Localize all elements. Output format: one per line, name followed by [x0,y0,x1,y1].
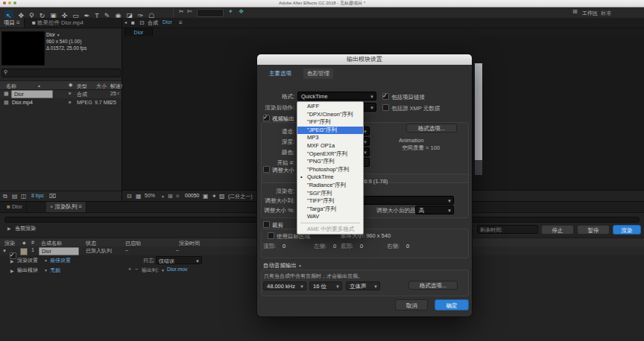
panel-menu-icon[interactable]: ≡ [16,19,20,26]
format-option[interactable]: •QuickTime [297,173,363,182]
render-settings-value[interactable]: 最佳设置 [50,257,71,264]
motion-blur-icon[interactable]: ❖ [239,8,244,15]
mask-feather-icon[interactable]: ✦ [228,8,233,15]
tab-render-queue[interactable]: × 渲染队列 ≡ [46,202,86,212]
format-option[interactable]: "DPX/Cineon"序列 [297,111,363,119]
output-disclosure-icon[interactable]: ▶ [10,268,14,273]
format-option[interactable]: "OpenEXR"序列 [297,150,363,159]
crop-field-value[interactable]: 0 [282,243,285,249]
column-name[interactable]: 名称 [6,83,16,90]
project-row-comp[interactable]: ▦ Dior ■ 合成 25 ⌗ [0,90,121,98]
format-dropdown[interactable]: QuickTime ▼ [297,92,376,101]
project-list-header[interactable]: 名称 ▲ ◆ 类型 大小 帧速率 [0,80,121,90]
interpret-footage-icon[interactable]: ⧉ [3,193,7,200]
new-folder-icon[interactable]: ▤ [12,193,18,200]
resize-quality-dropdown[interactable]: 高 ▼ [415,205,454,214]
format-option[interactable]: "TIFF"序列 [297,197,363,205]
video-format-options-button[interactable]: 格式选项... [406,124,457,133]
tab-timeline-dior[interactable]: ■ Dior [3,202,27,212]
current-render-label[interactable]: 当前渲染 [15,225,36,232]
label-color-icon[interactable]: ◆ [69,82,72,88]
column-size[interactable]: 大小 [96,83,107,90]
always-preview-icon[interactable]: ⊟ [127,193,132,200]
format-option[interactable]: "PNG"序列 [297,158,363,166]
workspace-label[interactable]: 工作区 [582,10,598,17]
current-render-disclosure-icon[interactable]: ▶ [7,226,11,231]
log-dropdown[interactable]: 仅错误 ▼ [156,256,202,264]
add-output-module-button[interactable]: + [128,267,131,272]
format-option[interactable]: MXF OP1a [297,142,363,150]
label-color-icon[interactable]: ◆ [22,240,26,245]
remove-output-module-button[interactable]: − [135,267,138,272]
workspace-icon[interactable]: ⊞ [572,8,578,15]
format-option[interactable]: "Radiance"序列 [297,182,363,190]
output-to-value[interactable]: Dior.mov [167,267,188,272]
format-option[interactable]: "Targa"序列 [297,205,363,214]
row-comp-name[interactable]: Dior [39,247,79,255]
tab-effect-controls[interactable]: ■ 效果控件 Dior.mp4 [28,18,87,28]
zoom-dropdown-icon[interactable]: ▼ [161,194,165,199]
settings-disclosure-icon[interactable]: ▶ [10,258,14,264]
roto-person2-icon[interactable]: ✄ [187,8,192,15]
tab-main-options[interactable]: 主要选项 [269,70,291,77]
chevron-left-icon[interactable]: ◂ [124,19,127,25]
format-option[interactable]: WAV [297,213,363,221]
output-dropdown-icon[interactable]: ▼ [44,268,48,273]
crop-field-value[interactable]: 0 [406,243,409,249]
output-module-value[interactable]: 无损 [50,267,60,274]
project-item-name[interactable]: Dior.mp4 [12,100,33,105]
cancel-button[interactable]: 取消 [395,299,428,310]
transparency-grid-icon[interactable]: ▨ [219,193,225,200]
label-chip-icon[interactable]: ■ [69,91,72,95]
label-chip-icon[interactable]: ■ [69,100,72,104]
project-row-footage[interactable]: ▤ Dior.mp4 ■ MPEG 9.7 MB 25 [0,99,121,107]
lock-icon[interactable]: ⊡ [139,19,145,26]
project-item-name[interactable]: Dior [11,90,53,98]
format-option[interactable]: "JPEG"序列 [297,127,363,135]
close-tab-icon[interactable]: × [50,203,53,210]
tool-options-box[interactable] [197,9,224,17]
output-to-dropdown-icon[interactable]: ▼ [161,268,165,273]
format-option[interactable]: MP3 [297,134,363,142]
format-option[interactable]: AIFF [297,103,363,111]
include-project-link-checkbox[interactable]: 包括项目链接 [382,93,425,101]
audio-output-dropdown[interactable]: 自动音频输出 ▼ [263,262,302,270]
label-color-chip[interactable] [20,248,28,255]
pause-button[interactable]: 暂停 [577,225,610,235]
column-type[interactable]: 类型 [77,83,87,90]
crop-field-value[interactable]: 0 [333,243,336,249]
zoom-level[interactable]: 50% [145,193,155,198]
row-disclosure-icon[interactable]: ▼ [2,249,7,253]
render-button[interactable]: 渲染 [613,225,641,235]
panel-menu-icon[interactable]: ≡ [179,19,183,26]
channels-icon[interactable]: ✦ [212,193,217,200]
new-composition-icon[interactable]: ◫ [21,193,27,200]
include-xmp-checkbox[interactable]: 包括源 XMP 元数据 [382,104,440,112]
format-option[interactable]: "SGI"序列 [297,190,363,198]
snapshot-icon[interactable]: ▣ [203,193,209,200]
audio-rate-dropdown[interactable]: 48.000 kHz ▼ [263,281,306,290]
resolution-value[interactable]: (二分之一) [228,193,253,200]
tab-color-management[interactable]: 色彩管理 [303,68,333,79]
audio-channels-dropdown[interactable]: 立体声 ▼ [346,281,380,290]
preview-item-name[interactable]: Dior ▼ [46,32,60,37]
grid-icon[interactable]: ⌗ [176,193,180,200]
workspace-value[interactable]: 标准 [601,10,611,17]
audio-depth-dropdown[interactable]: 16 位 ▼ [309,281,342,290]
roto-person-icon[interactable]: ✂ [179,8,184,15]
current-timecode[interactable]: 00050 [185,193,199,198]
project-search-input[interactable]: ⚲ [1,68,121,77]
trash-icon[interactable]: ⌧ [49,193,56,200]
crop-field-value[interactable]: 0 [360,243,363,249]
settings-dropdown-icon[interactable]: ▼ [44,258,48,263]
format-option[interactable]: "Photoshop"序列 [297,166,363,174]
tab-project[interactable]: 项目 ≡ [0,18,25,28]
stop-button[interactable]: 停止 [541,225,574,235]
project-bit-depth[interactable]: 8 bpc [31,193,44,198]
panel-menu-icon[interactable]: ≡ [79,203,83,210]
format-option[interactable]: "IFF"序列 [297,118,363,127]
safe-margins-icon[interactable]: ⊞ [168,193,173,200]
magnification-icon[interactable]: ▦ [136,193,142,200]
ok-button[interactable]: 确定 [435,299,469,310]
comp-panel-comp-name[interactable]: Dior [162,19,172,25]
